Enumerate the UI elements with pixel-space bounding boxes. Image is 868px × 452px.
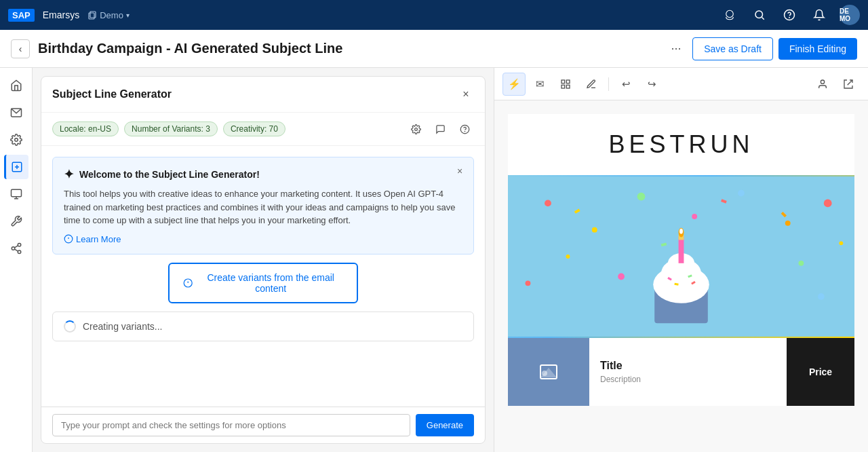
- email-brand-header: BESTRUN: [508, 114, 854, 175]
- svg-point-35: [637, 193, 646, 201]
- preview-tool-undo[interactable]: ↩: [614, 73, 637, 96]
- generator-filters: Locale: en-US Number of Variants: 3 Crea…: [41, 113, 485, 146]
- svg-rect-29: [561, 85, 565, 88]
- email-hero-background: [508, 175, 854, 338]
- filter-settings-icon[interactable]: [406, 119, 425, 138]
- cupcake-illustration: [508, 175, 854, 338]
- welcome-heading-text: Welcome to the Subject Line Generator!: [79, 169, 260, 180]
- headset-icon[interactable]: [720, 5, 739, 24]
- preview-tool-layout[interactable]: [554, 73, 577, 96]
- create-variants-button[interactable]: Create variants from the email content: [168, 263, 358, 303]
- preview-tool-email[interactable]: ✉: [528, 73, 551, 96]
- back-button[interactable]: ‹: [11, 39, 30, 58]
- sidebar-item-tools[interactable]: [4, 209, 28, 233]
- svg-point-44: [526, 280, 531, 286]
- svg-rect-0: [89, 13, 94, 19]
- search-icon[interactable]: [750, 5, 769, 24]
- notifications-icon[interactable]: [810, 5, 829, 24]
- svg-point-31: [821, 80, 824, 83]
- welcome-body-text: This tool helps you with creative ideas …: [64, 187, 462, 227]
- email-product-section: Title Description Price: [508, 338, 854, 406]
- preview-tool-flash[interactable]: ⚡: [502, 73, 526, 96]
- svg-point-2: [726, 10, 734, 18]
- user-avatar[interactable]: DE MO: [840, 5, 860, 25]
- variants-filter[interactable]: Number of Variants: 3: [124, 121, 218, 136]
- filter-comment-icon[interactable]: [431, 119, 450, 138]
- generator-card: Subject Line Generator × Locale: en-US N…: [41, 76, 486, 444]
- email-brand-name: BESTRUN: [608, 130, 753, 158]
- generator-panel-area: Subject Line Generator × Locale: en-US N…: [33, 68, 494, 452]
- generator-footer: Generate: [41, 407, 485, 443]
- left-sidebar: [0, 68, 33, 452]
- svg-rect-10: [11, 189, 21, 197]
- svg-point-38: [785, 221, 791, 226]
- svg-point-39: [824, 199, 832, 207]
- filter-help-icon[interactable]: [455, 119, 474, 138]
- top-navigation: SAP Emarsys Demo ▾ DE MO: [0, 0, 868, 30]
- learn-more-link[interactable]: Learn More: [64, 234, 462, 244]
- app-name: Emarsys: [43, 10, 79, 20]
- sidebar-item-settings[interactable]: [4, 128, 28, 152]
- svg-point-34: [592, 227, 597, 233]
- generate-button[interactable]: Generate: [416, 414, 474, 436]
- generator-close-button[interactable]: ×: [458, 86, 474, 102]
- email-container: BESTRUN: [508, 114, 854, 406]
- sidebar-item-reports[interactable]: [4, 182, 28, 206]
- sap-logo: SAP: [8, 9, 35, 22]
- email-product-info: Title Description: [589, 338, 787, 406]
- svg-line-4: [762, 17, 764, 19]
- creating-variants-status: Creating variants...: [52, 312, 474, 341]
- generator-body: × ✦ Welcome to the Subject Line Generato…: [41, 146, 485, 407]
- email-product-description: Description: [600, 375, 776, 384]
- preview-tool-redo[interactable]: ↪: [640, 73, 663, 96]
- more-options-button[interactable]: ···: [665, 38, 687, 60]
- sidebar-item-home[interactable]: [4, 73, 28, 98]
- creating-variants-text: Creating variants...: [83, 321, 163, 332]
- info-circle-icon: [183, 278, 193, 288]
- svg-rect-30: [566, 85, 570, 88]
- loading-spinner: [64, 320, 76, 333]
- creativity-filter[interactable]: Creativity: 70: [223, 121, 285, 136]
- preview-tool-edit[interactable]: [580, 73, 603, 96]
- svg-point-45: [818, 293, 825, 300]
- email-product-title: Title: [600, 360, 776, 372]
- toolbar-divider-1: [608, 77, 609, 91]
- product-placeholder-icon: [535, 358, 562, 385]
- svg-rect-54: [679, 237, 684, 263]
- main-content: Subject Line Generator × Locale: en-US N…: [0, 68, 868, 452]
- learn-more-label: Learn More: [76, 234, 121, 244]
- svg-point-37: [738, 190, 745, 197]
- svg-rect-1: [90, 12, 96, 18]
- save-draft-button[interactable]: Save as Draft: [692, 37, 773, 60]
- svg-point-18: [414, 128, 417, 130]
- sidebar-item-integrations[interactable]: [4, 236, 28, 261]
- info-icon: [64, 234, 73, 244]
- svg-point-41: [618, 274, 625, 280]
- svg-line-17: [14, 246, 18, 248]
- locale-filter[interactable]: Locale: en-US: [52, 121, 119, 136]
- sparkle-icon: ✦: [64, 167, 74, 182]
- demo-label: Demo: [100, 10, 123, 20]
- email-preview-content: BESTRUN: [494, 100, 868, 452]
- svg-point-33: [545, 200, 551, 206]
- finish-editing-button[interactable]: Finish Editing: [778, 38, 857, 60]
- sidebar-item-email[interactable]: [4, 100, 28, 125]
- svg-rect-28: [566, 80, 570, 83]
- chevron-down-icon: ▾: [126, 12, 130, 19]
- header-bar: ‹ Birthday Campaign - AI Generated Subje…: [0, 30, 868, 68]
- demo-badge[interactable]: Demo ▾: [87, 10, 130, 20]
- svg-point-57: [679, 229, 683, 234]
- help-icon[interactable]: [780, 5, 799, 24]
- svg-line-16: [14, 249, 18, 251]
- preview-tool-share[interactable]: [837, 73, 860, 96]
- create-variants-label: Create variants from the email content: [198, 272, 343, 294]
- welcome-card: × ✦ Welcome to the Subject Line Generato…: [52, 157, 474, 255]
- preview-tool-person[interactable]: [811, 73, 834, 96]
- copy-icon: [87, 10, 97, 20]
- sidebar-item-ai[interactable]: [4, 155, 28, 179]
- svg-point-15: [18, 250, 21, 254]
- email-preview-panel: ⚡ ✉ ↩ ↪ BESTRUN: [494, 68, 868, 452]
- welcome-card-close-button[interactable]: ×: [453, 164, 467, 178]
- svg-rect-27: [561, 80, 565, 83]
- prompt-input[interactable]: [52, 414, 410, 436]
